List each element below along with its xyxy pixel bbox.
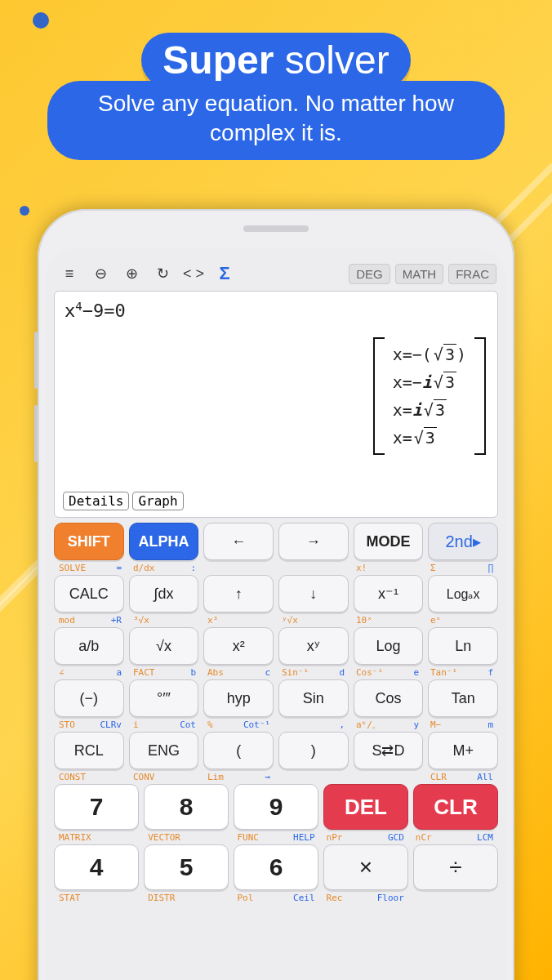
menu-icon[interactable]: ≡: [56, 261, 83, 286]
square-key[interactable]: x²: [203, 627, 274, 665]
calc-key[interactable]: CALC: [54, 575, 124, 612]
key-hint: FACTb: [130, 667, 199, 678]
key-hint: ʸ√x: [278, 615, 348, 626]
rcl-key[interactable]: RCL: [54, 732, 124, 769]
key-hint: [204, 563, 274, 573]
neg-key[interactable]: (−): [54, 679, 124, 717]
del-key[interactable]: DEL: [323, 784, 408, 830]
ln-key[interactable]: Ln: [428, 627, 498, 665]
key-hint: Sin⁻¹d: [278, 667, 348, 678]
second-key[interactable]: 2nd▸: [428, 523, 498, 560]
log-base-key[interactable]: Logₐx: [428, 575, 498, 612]
log-key[interactable]: Log: [354, 627, 424, 665]
mplus-key[interactable]: M+: [428, 732, 498, 769]
key-hint: 10ˣ: [353, 615, 422, 626]
dms-key[interactable]: °′″: [129, 679, 199, 717]
chip-math[interactable]: MATH: [395, 264, 443, 284]
right-arrow-key[interactable]: →: [278, 523, 349, 560]
key-hint: iCot: [130, 719, 199, 730]
clr-key[interactable]: CLR: [413, 784, 498, 830]
promo-title: Super solver: [141, 33, 410, 87]
chip-frac[interactable]: FRAC: [448, 264, 496, 284]
key-hint: FUNCHELP: [234, 832, 318, 843]
key-hint: mod+R: [56, 615, 125, 626]
mode-chips: DEG MATH FRAC: [349, 264, 496, 284]
lparen-key[interactable]: (: [203, 732, 274, 769]
zoom-in-icon[interactable]: ⊕: [118, 261, 145, 286]
key-hint: MATRIX: [56, 832, 140, 843]
shift-key[interactable]: SHIFT: [54, 523, 124, 560]
power-key[interactable]: xʸ: [278, 627, 349, 665]
key-hint: PolCeil: [234, 893, 318, 903]
graph-button[interactable]: Graph: [132, 492, 183, 510]
key-6[interactable]: 6: [234, 844, 318, 890]
key-hint: CLRAll: [427, 772, 496, 782]
details-button[interactable]: Details: [63, 492, 129, 510]
hyp-key[interactable]: hyp: [203, 679, 274, 717]
left-arrow-key[interactable]: ←: [203, 523, 274, 560]
key-hint: CONST: [56, 772, 125, 782]
tan-key[interactable]: Tan: [428, 679, 498, 717]
promo-title-rest: solver: [274, 38, 389, 82]
key-hint: x!: [353, 563, 422, 573]
key-hint: %Cot⁻¹: [204, 719, 274, 730]
phone-side-button: [34, 405, 38, 462]
phone-side-button: [34, 332, 38, 389]
key-hint: nCrLCM: [412, 832, 496, 843]
calculator-display[interactable]: x4−9=0 x=−(3)x=−i3x=i3x=3 Details Graph: [54, 291, 498, 518]
alpha-key[interactable]: ALPHA: [129, 523, 199, 560]
key-5[interactable]: 5: [144, 844, 229, 890]
key-hint: [412, 893, 496, 903]
key-hint: Σ∏: [427, 563, 496, 573]
key-hint: [278, 563, 348, 573]
sd-key[interactable]: S⇄D: [354, 732, 424, 769]
zoom-out-icon[interactable]: ⊖: [87, 261, 114, 286]
key-hint: eˣ: [427, 615, 496, 626]
mode-key[interactable]: MODE: [354, 523, 424, 560]
sqrt-key[interactable]: √x: [129, 627, 199, 665]
key-hint: Lim→: [204, 772, 274, 782]
key-hint: Cos⁻¹e: [353, 667, 422, 678]
key-hint: ³√x: [130, 615, 199, 626]
key-hint: CONV: [130, 772, 199, 782]
sigma-icon[interactable]: Σ: [211, 261, 238, 286]
key-hint: [278, 772, 348, 782]
fraction-key[interactable]: a/b: [54, 627, 124, 665]
refresh-icon[interactable]: ↻: [149, 261, 176, 286]
key-hint: Absc: [204, 667, 274, 678]
chip-deg[interactable]: DEG: [349, 264, 390, 284]
key-hint: x³: [204, 615, 274, 626]
app-screen: ≡ ⊖ ⊕ ↻ < > Σ DEG MATH FRAC x4−9=0 x=−(3…: [46, 248, 506, 980]
key-hint: Tan⁻¹f: [427, 667, 496, 678]
key-hint: STOCLRv: [56, 719, 125, 730]
x-inverse-key[interactable]: x⁻¹: [354, 575, 424, 612]
key-hint: aᵇ/꜀y: [353, 719, 422, 730]
key-7[interactable]: 7: [54, 784, 139, 830]
code-icon[interactable]: < >: [180, 261, 207, 286]
key-hint: d/dx:: [130, 563, 199, 573]
phone-speaker: [243, 225, 309, 232]
rparen-key[interactable]: ): [278, 732, 349, 769]
promo-title-bold: Super: [162, 38, 274, 82]
key-hint: DISTR: [145, 893, 229, 903]
key-hint: STAT: [56, 893, 140, 903]
promo-banner: Super solver Solve any equation. No matt…: [0, 0, 552, 173]
key-hint: M−m: [427, 719, 496, 730]
key-8[interactable]: 8: [144, 784, 229, 830]
key-hint: ,: [278, 719, 348, 730]
key-hint: RecFloor: [323, 893, 407, 903]
key-hint: [353, 772, 422, 782]
eng-key[interactable]: ENG: [129, 732, 199, 769]
divide-key[interactable]: ÷: [413, 844, 498, 890]
key-9[interactable]: 9: [234, 784, 318, 830]
cos-key[interactable]: Cos: [354, 679, 424, 717]
integral-key[interactable]: ∫dx: [129, 575, 199, 612]
down-arrow-key[interactable]: ↓: [278, 575, 349, 612]
keypad: SHIFT ALPHA ← → MODE 2nd▸ SOLVE=d/dx:x!Σ…: [51, 518, 501, 905]
key-4[interactable]: 4: [54, 844, 139, 890]
sin-key[interactable]: Sin: [278, 679, 349, 717]
up-arrow-key[interactable]: ↑: [203, 575, 274, 612]
solution-matrix: x=−(3)x=−i3x=i3x=3: [373, 337, 486, 455]
multiply-key[interactable]: ×: [323, 844, 408, 890]
key-hint: nPrGCD: [323, 832, 407, 843]
